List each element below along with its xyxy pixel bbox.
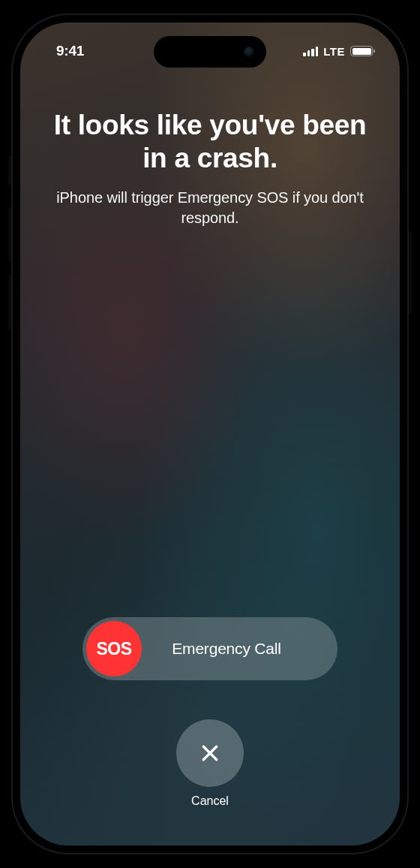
sos-slider-thumb[interactable]: SOS xyxy=(86,621,142,677)
dynamic-island xyxy=(154,36,266,68)
emergency-call-slider[interactable]: SOS Emergency Call xyxy=(82,617,338,680)
screen: 9:41 LTE It looks like you've been in a … xyxy=(20,23,400,845)
iphone-frame: 9:41 LTE It looks like you've been in a … xyxy=(11,14,409,854)
crash-subheadline: iPhone will trigger Emergency SOS if you… xyxy=(43,188,377,228)
cancel-button[interactable] xyxy=(176,719,244,787)
crash-alert-content: It looks like you've been in a crash. iP… xyxy=(20,109,400,228)
cancel-label: Cancel xyxy=(191,794,229,808)
sos-thumb-label: SOS xyxy=(96,639,131,659)
crash-headline: It looks like you've been in a crash. xyxy=(43,109,377,174)
cellular-signal-icon xyxy=(303,47,318,56)
volume-down-button xyxy=(8,275,11,329)
status-time: 9:41 xyxy=(56,43,84,59)
battery-icon xyxy=(350,46,373,56)
volume-up-button xyxy=(8,207,11,261)
status-indicators: LTE xyxy=(303,45,373,58)
slider-track-label: Emergency Call xyxy=(142,640,334,658)
silent-switch xyxy=(8,156,11,185)
close-icon xyxy=(199,742,221,764)
network-type-label: LTE xyxy=(323,45,345,58)
cancel-area: Cancel xyxy=(176,719,244,808)
power-button xyxy=(409,231,412,314)
